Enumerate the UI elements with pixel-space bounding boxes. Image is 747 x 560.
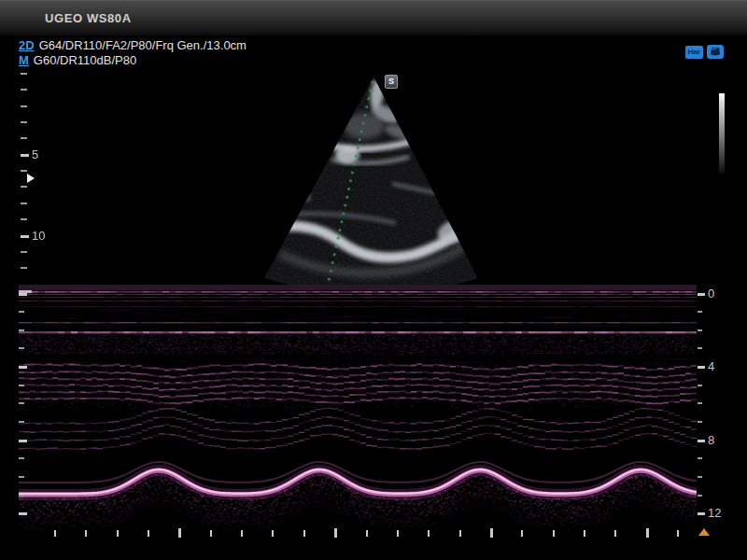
mmode-depth-tick [19, 385, 24, 386]
sweep-marker [698, 528, 710, 536]
time-tick [334, 528, 337, 538]
time-tick [397, 530, 399, 537]
time-tick [241, 530, 243, 537]
orientation-marker: S [385, 75, 398, 89]
depth-tick [21, 235, 29, 238]
mmode-trace [19, 285, 697, 533]
mmode-depth-tick [19, 476, 24, 478]
time-tick [303, 530, 305, 537]
depth-tick [21, 89, 27, 91]
mmode-depth-tick [19, 366, 27, 369]
time-tick [272, 530, 274, 537]
time-tick [54, 530, 56, 537]
mmode-depth-label: 12 [708, 507, 721, 520]
time-tick [646, 528, 649, 538]
mmode-depth-tick [698, 329, 702, 331]
mmode-depth-tick [19, 311, 24, 313]
depth-tick [21, 73, 27, 75]
mmode-depth-tick [19, 495, 24, 497]
mmode-depth-tick [19, 457, 24, 459]
mmode-depth-tick [698, 421, 702, 423]
time-tick [553, 530, 555, 537]
time-tick [178, 528, 181, 538]
mmode-depth-tick [698, 385, 702, 386]
time-tick [210, 530, 212, 537]
mmode-depth-tick [19, 512, 27, 515]
depth-tick [21, 267, 27, 269]
time-tick [584, 530, 585, 537]
mmode-depth-tick [698, 366, 705, 369]
depth-tick [21, 218, 27, 220]
mmode-depth-label: 0 [708, 287, 714, 301]
ultrasound-screen: UGEO WS80A 2DG64/DR110/FA2/P80/Frq Gen./… [0, 0, 747, 560]
mmode-depth-tick [19, 421, 24, 423]
depth-tick [21, 137, 27, 139]
mmode-depth-tick [19, 293, 27, 296]
mmode-depth-tick [19, 440, 27, 442]
time-tick [428, 530, 430, 537]
mmode-depth-tick [698, 512, 705, 515]
time-tick [490, 528, 493, 538]
mmode-depth-tick [19, 347, 24, 349]
depth-label: 10 [32, 230, 45, 243]
time-tick [117, 530, 119, 537]
mmode-depth-label: 4 [708, 360, 714, 373]
time-tick [614, 530, 616, 537]
depth-label: 5 [32, 148, 38, 161]
depth-tick [21, 251, 27, 253]
depth-tick [21, 203, 27, 204]
mmode-depth-tick [698, 402, 702, 404]
time-tick [677, 530, 679, 537]
mmode-depth-tick [698, 440, 705, 442]
depth-tick [21, 121, 27, 123]
mmode-depth-tick [19, 329, 24, 331]
time-tick [521, 530, 523, 537]
mmode-depth-label: 8 [708, 434, 714, 447]
mmode-depth-tick [698, 293, 705, 296]
depth-tick [21, 154, 29, 157]
focus-marker[interactable] [27, 174, 35, 183]
mmode-depth-tick [19, 402, 24, 404]
time-tick [148, 530, 149, 537]
depth-tick [21, 105, 27, 107]
time-tick [366, 530, 368, 537]
mmode-depth-tick [698, 476, 702, 478]
time-tick [85, 530, 87, 537]
mmode-depth-tick [698, 311, 702, 313]
mmode-depth-tick [698, 495, 702, 497]
mmode-depth-tick [698, 457, 702, 459]
depth-tick [21, 170, 27, 172]
depth-tick [21, 186, 27, 188]
mmode-depth-tick [698, 347, 702, 349]
time-tick [459, 530, 461, 537]
